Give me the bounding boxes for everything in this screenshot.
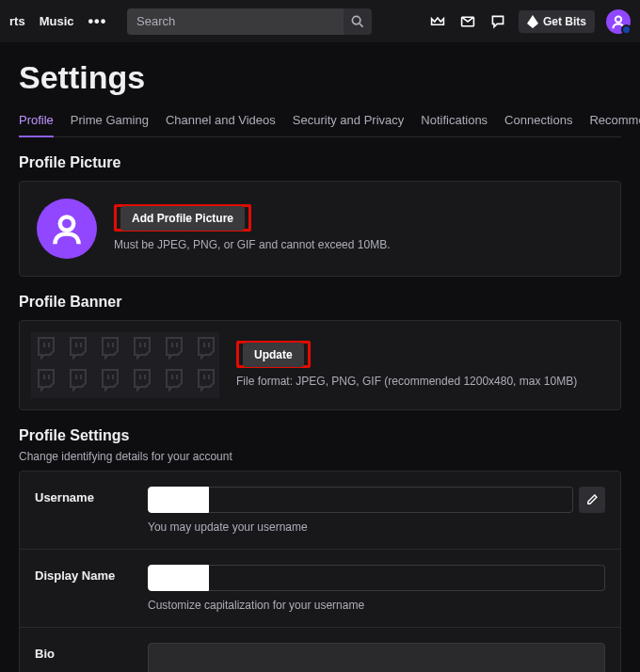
banner-pattern-icon <box>31 332 219 398</box>
username-label: Username <box>35 487 148 534</box>
username-input-rest[interactable] <box>209 487 573 513</box>
profile-picture-controls: Add Profile Picture Must be JPEG, PNG, o… <box>114 206 390 251</box>
svg-point-4 <box>60 216 73 230</box>
tab-connections[interactable]: Connections <box>504 107 572 136</box>
display-name-input-rest[interactable] <box>209 565 605 591</box>
highlight-update-banner: Update <box>236 341 311 368</box>
search-bar <box>127 8 372 35</box>
profile-banner-hint: File format: JPEG, PNG, GIF (recommended… <box>236 375 577 388</box>
add-profile-picture-button[interactable]: Add Profile Picture <box>120 206 245 231</box>
tab-profile[interactable]: Profile <box>19 107 54 136</box>
profile-picture-avatar <box>37 199 97 259</box>
inbox-icon[interactable] <box>458 12 477 31</box>
bio-label: Bio <box>35 643 148 672</box>
tab-channel-videos[interactable]: Channel and Videos <box>166 107 276 136</box>
row-display-name: Display Name Customize capitalization fo… <box>20 550 620 628</box>
prime-icon[interactable] <box>428 12 447 31</box>
profile-settings-subtitle: Change identifying details for your acco… <box>19 450 621 463</box>
bio-textarea[interactable] <box>148 643 605 672</box>
nav-link-sports[interactable]: rts <box>9 14 25 28</box>
svg-line-1 <box>360 24 363 27</box>
search-icon <box>351 15 364 28</box>
top-nav: rts Music ••• Get Bits <box>0 0 640 42</box>
row-bio: Bio Who you are in fewer than 300 charac… <box>20 628 620 672</box>
top-nav-right: Get Bits <box>428 9 631 34</box>
pencil-icon <box>585 493 599 506</box>
highlight-add-profile-picture: Add Profile Picture <box>114 204 251 232</box>
tab-recommendations[interactable]: Recommendations <box>589 107 640 136</box>
profile-settings-title: Profile Settings <box>19 427 621 444</box>
person-icon <box>611 14 626 29</box>
get-bits-button[interactable]: Get Bits <box>519 10 595 33</box>
profile-settings-card: Username You may update your username Di… <box>19 471 621 672</box>
username-input[interactable] <box>148 487 209 513</box>
person-icon <box>50 212 84 246</box>
profile-banner-card: Update File format: JPEG, PNG, GIF (reco… <box>19 320 621 410</box>
nav-link-music[interactable]: Music <box>40 14 74 28</box>
profile-picture-hint: Must be JPEG, PNG, or GIF and cannot exc… <box>114 238 390 251</box>
search-input[interactable] <box>127 8 344 35</box>
profile-picture-card: Add Profile Picture Must be JPEG, PNG, o… <box>19 181 621 277</box>
profile-banner-title: Profile Banner <box>19 294 621 311</box>
bits-icon <box>527 15 538 28</box>
settings-tabs: Profile Prime Gaming Channel and Videos … <box>19 107 621 137</box>
username-hint: You may update your username <box>148 520 605 534</box>
edit-username-button[interactable] <box>579 487 605 513</box>
display-name-label: Display Name <box>35 565 148 612</box>
svg-point-3 <box>616 16 621 22</box>
main-content: Settings Profile Prime Gaming Channel an… <box>0 42 640 672</box>
tab-notifications[interactable]: Notifications <box>421 107 488 136</box>
display-name-hint: Customize capitalization for your userna… <box>148 599 605 612</box>
page-title: Settings <box>19 59 621 96</box>
svg-point-0 <box>352 16 360 24</box>
row-username: Username You may update your username <box>20 472 620 550</box>
top-nav-left: rts Music ••• <box>9 14 127 28</box>
nav-more-icon[interactable]: ••• <box>88 17 106 26</box>
profile-banner-controls: Update File format: JPEG, PNG, GIF (reco… <box>236 343 577 388</box>
whispers-icon[interactable] <box>488 12 507 31</box>
profile-picture-title: Profile Picture <box>19 154 621 171</box>
profile-banner-preview <box>31 332 219 398</box>
search-button[interactable] <box>344 8 372 35</box>
user-avatar[interactable] <box>606 9 631 34</box>
display-name-input[interactable] <box>148 565 209 591</box>
svg-rect-7 <box>31 332 219 398</box>
update-banner-button[interactable]: Update <box>243 343 304 367</box>
tab-security-privacy[interactable]: Security and Privacy <box>293 107 405 136</box>
tab-prime-gaming[interactable]: Prime Gaming <box>71 107 149 136</box>
get-bits-label: Get Bits <box>543 15 586 28</box>
